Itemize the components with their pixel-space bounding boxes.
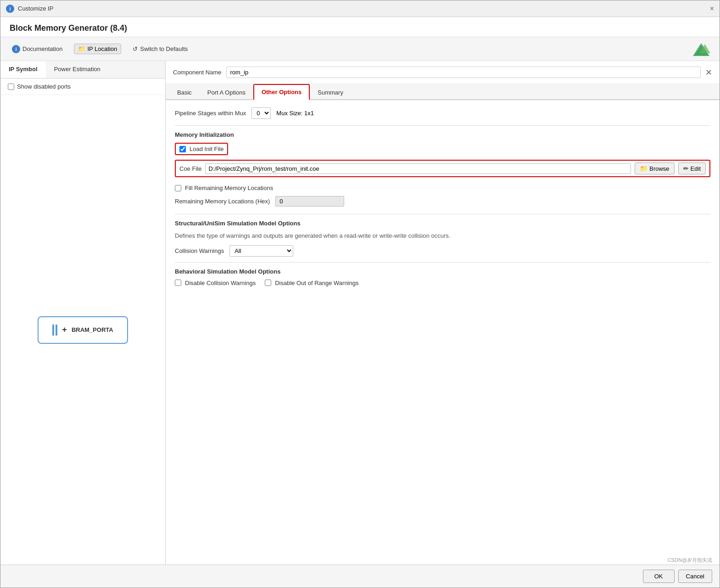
pipeline-stages-row: Pipeline Stages within Mux 0 1 2 Mux Siz…: [175, 107, 710, 119]
disable-range-label: Disable Out of Range Warnings: [275, 280, 358, 286]
location-icon: 📁: [78, 45, 85, 52]
fill-remaining-label: Fill Remaining Memory Locations: [185, 185, 273, 191]
edit-label: Edit: [691, 165, 701, 172]
edit-icon: ✏: [683, 165, 689, 172]
customize-ip-window: i Customize IP × Block Memory Generator …: [0, 0, 720, 588]
switch-defaults-button[interactable]: ↺ Switch to Defaults: [128, 43, 192, 55]
remaining-memory-input[interactable]: [275, 196, 344, 207]
bottom-bar: OK Cancel: [0, 565, 720, 588]
documentation-button[interactable]: i Documentation: [8, 43, 67, 56]
bram-label: BRAM_PORTA: [72, 326, 113, 333]
component-name-input[interactable]: [226, 67, 701, 78]
bram-bar-2: [56, 325, 57, 336]
remaining-memory-label: Remaining Memory Locations (Hex): [175, 198, 270, 205]
cancel-button[interactable]: Cancel: [678, 570, 712, 583]
tab-basic[interactable]: Basic: [169, 84, 200, 100]
disable-collision-row: Disable Collision Warnings: [175, 280, 256, 286]
sim-section-title: Structural/UniSim Simulation Model Optio…: [175, 220, 710, 227]
pipeline-stages-label: Pipeline Stages within Mux: [175, 110, 246, 117]
tab-other-options[interactable]: Other Options: [253, 84, 310, 100]
edit-button[interactable]: ✏ Edit: [678, 162, 706, 174]
disable-range-checkbox[interactable]: [265, 280, 271, 286]
window-close-button[interactable]: ×: [710, 5, 714, 13]
coe-file-label: Coe File: [179, 165, 201, 172]
toolbar: i Documentation 📁 IP Location ↺ Switch t…: [0, 37, 720, 61]
behavioral-section-title: Behavioral Simulation Model Options: [175, 268, 710, 275]
plus-icon: +: [62, 325, 67, 335]
load-init-checkbox[interactable]: [179, 146, 186, 152]
block-title: Block Memory Generator (8.4): [10, 23, 127, 33]
ip-location-button[interactable]: 📁 IP Location: [74, 44, 121, 54]
tabs-row: Basic Port A Options Other Options Summa…: [166, 84, 720, 100]
left-panel-body: + BRAM_PORTA: [0, 95, 165, 565]
divider-3: [175, 262, 710, 263]
memory-init-section-title: Memory Initialization: [175, 131, 710, 138]
behavioral-options: Disable Collision Warnings Disable Out o…: [175, 280, 710, 291]
sim-description: Defines the type of warnings and outputs…: [175, 231, 710, 241]
disable-range-row: Disable Out of Range Warnings: [265, 280, 358, 286]
window-header: Block Memory Generator (8.4): [0, 17, 720, 37]
watermark: CSDN@岁月指失流: [668, 557, 712, 564]
tab-ip-symbol[interactable]: IP Symbol: [0, 61, 46, 78]
refresh-icon: ↺: [133, 45, 138, 52]
fill-remaining-checkbox[interactable]: [175, 185, 181, 191]
bram-bars: [52, 325, 57, 336]
ok-button[interactable]: OK: [643, 570, 675, 583]
fill-memory-row: Fill Remaining Memory Locations: [175, 185, 710, 191]
pipeline-stages-select[interactable]: 0 1 2: [251, 107, 271, 119]
window-title: Customize IP: [18, 5, 53, 12]
mux-size-label: Mux Size: 1x1: [276, 110, 314, 117]
load-init-label: Load Init File: [190, 146, 223, 152]
divider-2: [175, 214, 710, 214]
bram-symbol: + BRAM_PORTA: [38, 316, 128, 344]
disable-collision-label: Disable Collision Warnings: [185, 280, 256, 286]
component-name-label: Component Name: [173, 69, 222, 76]
tab-porta-options[interactable]: Port A Options: [200, 84, 253, 100]
switch-defaults-label: Switch to Defaults: [140, 45, 188, 52]
left-panel-options: Show disabled ports: [0, 78, 165, 95]
tab-power-estimation[interactable]: Power Estimation: [46, 61, 109, 78]
title-bar-left: i Customize IP: [6, 5, 53, 13]
disable-collision-checkbox[interactable]: [175, 280, 181, 286]
divider-1: [175, 125, 710, 126]
main-content: IP Symbol Power Estimation Show disabled…: [0, 61, 720, 565]
left-panel-tabs: IP Symbol Power Estimation: [0, 61, 165, 78]
collision-warnings-select[interactable]: All Warning_Only Generate_X_Only None: [229, 245, 293, 257]
left-panel: IP Symbol Power Estimation Show disabled…: [0, 61, 166, 565]
title-bar: i Customize IP ×: [0, 0, 720, 17]
ip-location-label: IP Location: [87, 45, 117, 52]
collision-row: Collision Warnings All Warning_Only Gene…: [175, 245, 710, 257]
window-icon: i: [6, 5, 14, 13]
folder-icon: 📁: [640, 165, 647, 172]
load-init-file-box: Load Init File: [175, 143, 228, 155]
right-panel: Component Name ✕ Basic Port A Options Ot…: [166, 61, 720, 565]
tab-summary[interactable]: Summary: [310, 84, 351, 100]
vivado-logo: [692, 42, 710, 61]
coe-file-row: Coe File 📁 Browse ✏ Edit: [175, 160, 710, 177]
browse-button[interactable]: 📁 Browse: [635, 162, 674, 174]
coe-file-input[interactable]: [205, 163, 631, 174]
bram-bar-1: [52, 325, 54, 336]
component-name-row: Component Name ✕: [166, 61, 720, 84]
documentation-label: Documentation: [22, 45, 62, 52]
remaining-memory-row: Remaining Memory Locations (Hex): [175, 196, 710, 207]
collision-warnings-label: Collision Warnings: [175, 247, 224, 254]
info-icon: i: [12, 45, 20, 53]
tab-content: Pipeline Stages within Mux 0 1 2 Mux Siz…: [166, 100, 720, 565]
show-disabled-checkbox[interactable]: [8, 84, 14, 90]
show-disabled-label: Show disabled ports: [17, 83, 71, 90]
component-name-clear-button[interactable]: ✕: [705, 68, 712, 77]
browse-label: Browse: [649, 165, 669, 172]
